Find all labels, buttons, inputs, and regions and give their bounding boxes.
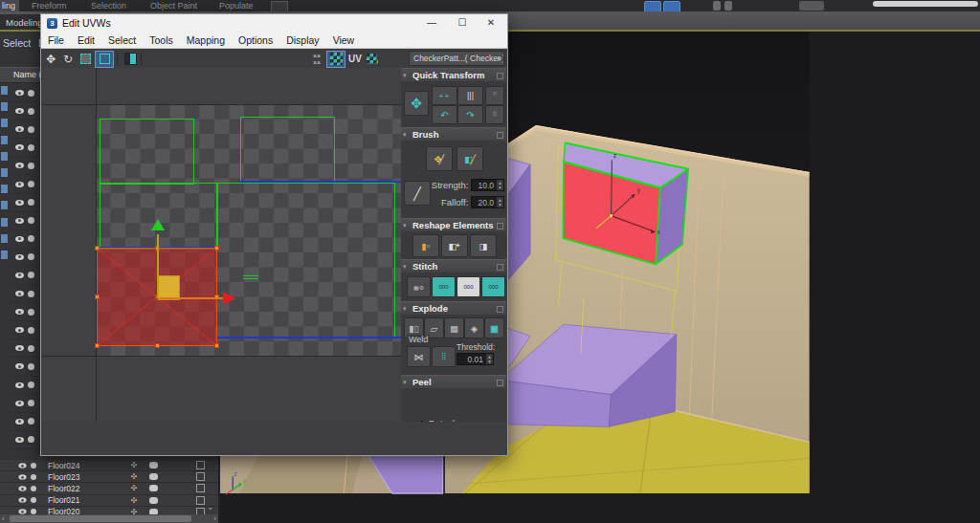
selection-dot-icon[interactable] [28, 163, 34, 169]
selection-dot-icon[interactable] [28, 108, 34, 115]
visibility-eye-icon[interactable] [15, 401, 24, 406]
gizmo-y-arrow[interactable] [151, 219, 165, 230]
uv-island-outline[interactable] [240, 117, 335, 183]
selection-dot-icon[interactable] [31, 474, 36, 480]
uv-vertex-handle[interactable] [214, 343, 219, 348]
uv-canvas[interactable] [42, 68, 403, 422]
minimize-button[interactable]: — [417, 14, 446, 31]
freeform-tool-icon[interactable] [95, 51, 114, 68]
visibility-eye-icon[interactable] [15, 382, 24, 388]
explorer-row[interactable] [10, 413, 44, 431]
visibility-eye-icon[interactable] [15, 108, 24, 114]
stitch-settings-button[interactable]: ▦⚙ [407, 276, 431, 297]
toolbar-icon[interactable] [724, 1, 732, 11]
visibility-eye-icon[interactable] [15, 437, 24, 443]
uv-vertex-handle[interactable] [95, 246, 100, 251]
selection-dot-icon[interactable] [28, 235, 34, 242]
selection-dot-icon[interactable] [31, 497, 36, 503]
object-name[interactable]: Floor021 [48, 495, 124, 505]
rollout-quick-transform[interactable]: Quick Transform [401, 68, 506, 81]
gizmo-x-arrow[interactable] [223, 292, 235, 305]
toolbar-icon[interactable] [713, 1, 721, 11]
rotate-ccw-button[interactable]: ↶ [432, 105, 457, 124]
explorer-row[interactable] [10, 175, 44, 193]
rollout-explode[interactable]: Explode [401, 301, 506, 315]
visibility-eye-icon[interactable] [15, 419, 24, 425]
explorer-row[interactable] [10, 267, 44, 285]
dialog-titlebar[interactable]: 3 Edit UVWs — ☐ ✕ [41, 14, 507, 32]
scrollbar-thumb[interactable] [10, 515, 191, 522]
peel-mode-button[interactable] [441, 395, 465, 414]
explorer-row[interactable] [10, 377, 44, 395]
rollout-stitch[interactable]: Stitch [401, 259, 506, 272]
explorer-row[interactable] [10, 285, 44, 303]
transform-lock-icon[interactable]: ✣ [124, 472, 144, 481]
table-row[interactable]: Floor021 ✣ [0, 495, 218, 507]
selection-dot-icon[interactable] [28, 381, 34, 388]
align-pivot-button[interactable]: ✥ [404, 91, 429, 116]
selection-dot-icon[interactable] [28, 217, 34, 224]
flatten-custom-button[interactable]: ◈ [464, 317, 484, 338]
visibility-eye-icon[interactable] [18, 463, 26, 468]
visibility-eye-icon[interactable] [15, 345, 24, 351]
visibility-eye-icon[interactable] [15, 327, 24, 333]
weld-selected-button[interactable]: ⋈ [407, 346, 431, 367]
selection-dot-icon[interactable] [28, 291, 34, 297]
selection-dot-icon[interactable] [28, 199, 34, 206]
visibility-eye-icon[interactable] [15, 291, 24, 296]
explorer-row[interactable] [10, 431, 44, 449]
close-button[interactable]: ✕ [477, 14, 505, 31]
ribbon-tab-freeform[interactable]: Freeform [32, 0, 67, 11]
paint-icon[interactable] [149, 485, 158, 491]
gizmo-y-shaft[interactable] [157, 234, 159, 298]
explorer-row[interactable] [10, 339, 44, 358]
selection-dot-icon[interactable] [28, 436, 34, 443]
ribbon-tab-modeling-partial[interactable]: ling [0, 0, 19, 11]
gizmo-x-shaft[interactable] [159, 297, 224, 299]
scroll-left-arrow[interactable]: ‹ [2, 514, 5, 523]
explorer-row[interactable] [10, 102, 44, 120]
visibility-eye-icon[interactable] [15, 126, 24, 132]
uv-blue-edge[interactable] [240, 181, 403, 183]
selection-dot-icon[interactable] [28, 253, 34, 260]
visibility-eye-icon[interactable] [15, 309, 24, 315]
weld-all-button[interactable]: ⦙⦙ [432, 346, 456, 367]
scrollbar-down-arrow[interactable]: ⌄ [207, 502, 214, 512]
selection-dot-icon[interactable] [28, 345, 34, 352]
straighten-button[interactable]: ▮≡ [412, 234, 439, 257]
explorer-row[interactable] [10, 230, 44, 249]
uv-vertex-handle[interactable] [95, 343, 100, 348]
explorer-row[interactable] [10, 212, 44, 230]
strength-spinner[interactable]: 10.0▲▼ [471, 179, 504, 191]
threshold-spinner[interactable]: 0.01▲▼ [457, 353, 494, 365]
explorer-row[interactable] [10, 194, 44, 212]
uv-island-outline[interactable] [100, 119, 194, 185]
falloff-spinner[interactable]: 20.0▲▼ [471, 196, 504, 208]
uv-space-label[interactable]: UV [347, 52, 363, 67]
relax-custom-button[interactable]: ◨ [470, 234, 497, 257]
ribbon-tab-populate[interactable]: Populate [219, 0, 254, 11]
table-row[interactable]: Floor023 ✣ [0, 471, 218, 483]
selection-dot-icon[interactable] [28, 144, 34, 151]
maximize-button[interactable]: ☐ [448, 14, 477, 31]
selection-dot-icon[interactable] [28, 363, 34, 370]
rotate-cw-button[interactable]: ↷ [457, 105, 483, 124]
visibility-eye-icon[interactable] [15, 163, 24, 168]
explorer-select-menu[interactable]: Select [3, 37, 31, 49]
visibility-eye-icon[interactable] [18, 486, 26, 490]
table-row[interactable]: Floor024 ✣ [0, 460, 218, 471]
mirror-tool-icon[interactable] [122, 52, 138, 67]
visibility-eye-icon[interactable] [15, 144, 24, 150]
menu-options[interactable]: Options [232, 34, 279, 46]
visibility-eye-icon[interactable] [15, 182, 24, 187]
visibility-eye-icon[interactable] [18, 474, 26, 479]
geometry-icon[interactable] [196, 496, 205, 505]
paint-icon[interactable] [149, 462, 158, 469]
quick-peel-button[interactable] [414, 395, 438, 414]
uv-island-outline[interactable] [216, 183, 395, 338]
selection-dot-icon[interactable] [28, 272, 34, 278]
show-map-seams-icon[interactable]: ×××× [309, 52, 324, 67]
visibility-eye-icon[interactable] [15, 272, 24, 278]
selection-dot-icon[interactable] [31, 463, 36, 469]
geometry-icon[interactable] [196, 461, 205, 469]
